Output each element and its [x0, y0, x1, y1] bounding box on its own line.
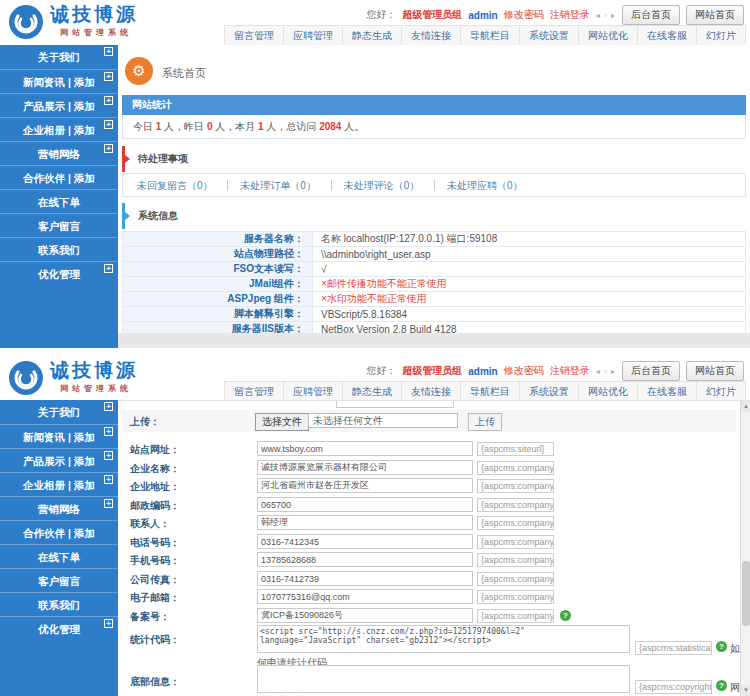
choose-file-button[interactable]: 选择文件 [255, 413, 309, 431]
expand-icon[interactable] [104, 120, 113, 129]
help-icon[interactable] [560, 610, 571, 621]
pending-orders-link[interactable]: 未处理订单（0） [227, 180, 328, 191]
expand-icon[interactable] [104, 619, 113, 628]
sidebar-item-orders[interactable]: 在线下单 [0, 189, 118, 213]
field-row-icp: 备案号： {aspcms:companyicp} [122, 608, 736, 624]
scrollbar[interactable]: ▲ ▼ [740, 401, 750, 696]
expand-icon[interactable] [104, 264, 113, 273]
tab-job-mgmt[interactable]: 应聘管理 [283, 25, 342, 47]
username: admin [468, 366, 497, 377]
change-password-link[interactable]: 修改密码 [504, 364, 544, 378]
expand-icon[interactable] [104, 499, 113, 508]
sidebar-item-seo[interactable]: 优化管理 [0, 616, 118, 640]
section-title-text: 待处理事项 [138, 153, 188, 164]
field-row-phone: 电话号码： {aspcms:companyphone} [122, 534, 736, 550]
sidebar-item-news[interactable]: 新闻资讯 | 添加 [0, 424, 118, 448]
sysinfo-label: 服务器名称： [123, 232, 313, 247]
pending-applications-link[interactable]: 未处理应聘（0） [434, 180, 535, 191]
logout-link[interactable]: 注销登录 [550, 364, 590, 378]
expand-icon[interactable] [104, 427, 113, 436]
tab-static-gen[interactable]: 静态生成 [342, 25, 401, 47]
sidebar-item-albums[interactable]: 企业相册 | 添加 [0, 472, 118, 496]
sidebar-item-contact[interactable]: 联系我们 [0, 592, 118, 616]
companyname-input[interactable] [257, 460, 473, 475]
skin-switcher-icon[interactable] [596, 11, 616, 20]
help-icon[interactable] [716, 680, 727, 691]
partial-input[interactable] [336, 401, 454, 408]
stats-text: 人，总访问 [264, 121, 320, 132]
expand-icon[interactable] [104, 451, 113, 460]
admin-home-button[interactable]: 后台首页 [622, 5, 680, 25]
site-home-button[interactable]: 网站首页 [686, 5, 744, 25]
scrollbar-thumb[interactable] [742, 561, 750, 626]
scroll-down-icon[interactable]: ▼ [741, 685, 750, 696]
header: 诚技博源 网站管理系统 您好： 超级管理员组 admin 修改密码 注销登录 后… [0, 356, 750, 406]
sidebar-item-albums[interactable]: 企业相册 | 添加 [0, 117, 118, 141]
sidebar-item-products[interactable]: 产品展示 | 添加 [0, 93, 118, 117]
tag-hint: {aspcms:companyaddress} [477, 479, 554, 493]
sidebar-item-partners[interactable]: 合作伙伴 | 添加 [0, 520, 118, 544]
siteurl-input[interactable] [257, 441, 473, 456]
tab-slides[interactable]: 幻灯片 [696, 25, 746, 47]
sidebar-item-about[interactable]: 关于我们 [0, 45, 118, 69]
logout-link[interactable]: 注销登录 [550, 8, 590, 22]
sidebar-item-about[interactable]: 关于我们 [0, 400, 118, 424]
admin-page: 诚技博源 网站管理系统 您好： 超级管理员组 admin 修改密码 注销登录 后… [0, 0, 750, 696]
tag-hint: {aspcms:companyfax} [477, 572, 554, 586]
expand-icon[interactable] [104, 475, 113, 484]
skin-switcher-icon[interactable] [596, 367, 616, 376]
pending-comments-link[interactable]: 未处理评论（0） [331, 180, 432, 191]
contact-input[interactable] [257, 515, 473, 530]
admin-home-button[interactable]: 后台首页 [622, 361, 680, 381]
sidebar-item-messages[interactable]: 客户留言 [0, 568, 118, 592]
sidebar-item-marketing[interactable]: 营销网络 [0, 141, 118, 165]
sidebar-item-marketing[interactable]: 营销网络 [0, 496, 118, 520]
email-input[interactable] [257, 589, 473, 604]
sysinfo-value: \\adminbo\right_user.asp [313, 247, 746, 262]
sidebar-item-label: 优化管理 [38, 268, 80, 280]
fax-input[interactable] [257, 571, 473, 586]
sidebar-item-news[interactable]: 新闻资讯 | 添加 [0, 69, 118, 93]
phone-input[interactable] [257, 534, 473, 549]
tab-nav-columns[interactable]: 导航栏目 [460, 25, 519, 47]
expand-icon[interactable] [104, 96, 113, 105]
expand-icon[interactable] [104, 72, 113, 81]
sidebar-item-contact[interactable]: 联系我们 [0, 237, 118, 261]
upload-button[interactable]: 上传 [468, 413, 502, 431]
sidebar-item-partners[interactable]: 合作伙伴 | 添加 [0, 165, 118, 189]
tab-site-seo[interactable]: 网站优化 [578, 25, 637, 47]
tab-system-settings[interactable]: 系统设置 [519, 25, 578, 47]
field-row-contact: 联系人： {aspcms:companycontact} [122, 515, 736, 531]
statcode-help-text[interactable]: 如 [730, 642, 740, 656]
mobile-input[interactable] [257, 552, 473, 567]
field-label: 电子邮箱： [130, 591, 180, 605]
upload-row: 上传： 选择文件 未选择任何文件 上传 [122, 410, 736, 432]
change-password-link[interactable]: 修改密码 [504, 8, 544, 22]
help-icon[interactable] [716, 641, 727, 652]
file-name-box: 未选择任何文件 [308, 413, 458, 428]
tab-friend-links[interactable]: 友情连接 [401, 25, 460, 47]
pending-messages-link[interactable]: 未回复留言（0） [125, 180, 225, 191]
companyaddress-input[interactable] [257, 478, 473, 493]
expand-icon[interactable] [104, 144, 113, 153]
postcode-input[interactable] [257, 497, 473, 512]
expand-icon[interactable] [104, 402, 113, 411]
site-home-button[interactable]: 网站首页 [686, 361, 744, 381]
tab-online-service[interactable]: 在线客服 [637, 25, 696, 47]
scroll-up-icon[interactable]: ▲ [741, 401, 750, 412]
sidebar-item-label: 联系我们 [38, 244, 80, 256]
sidebar-item-orders[interactable]: 在线下单 [0, 544, 118, 568]
page-title-row: ⚙ 系统首页 [118, 53, 750, 89]
tab-message-mgmt[interactable]: 留言管理 [224, 25, 283, 47]
field-row-companyname: 企业名称： {aspcms:companyname} [122, 460, 736, 476]
statcode-textarea[interactable] [257, 625, 630, 653]
sidebar-item-messages[interactable]: 客户留言 [0, 213, 118, 237]
icp-input[interactable] [257, 608, 473, 623]
sidebar-item-products[interactable]: 产品展示 | 添加 [0, 448, 118, 472]
sidebar-item-seo[interactable]: 优化管理 [0, 261, 118, 285]
expand-icon[interactable] [104, 47, 113, 56]
promo-help-text[interactable]: 网 [730, 681, 740, 695]
copyright-textarea[interactable] [257, 665, 630, 693]
field-row-mobile: 手机号码： {aspcms:companymobile} [122, 552, 736, 568]
tag-hint: {aspcms:companyphone} [477, 535, 554, 549]
